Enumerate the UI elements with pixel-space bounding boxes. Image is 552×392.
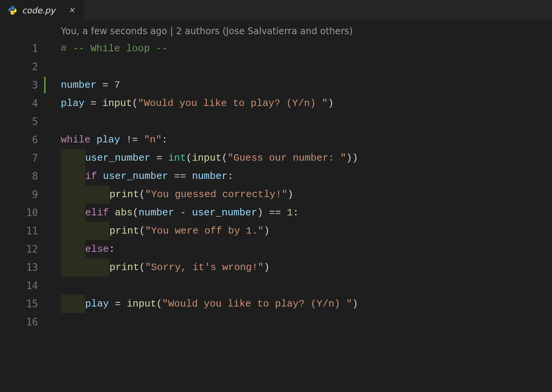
string-literal: "n"	[144, 131, 162, 149]
line-number: 11	[0, 222, 46, 240]
diff-highlight	[61, 222, 109, 240]
diff-highlight	[61, 185, 109, 204]
code-line[interactable]: 8 if user_number == number:	[0, 167, 552, 185]
diff-highlight	[61, 204, 85, 222]
close-icon[interactable]: ✕	[68, 6, 75, 14]
code-line[interactable]: 16	[0, 313, 552, 331]
colon: :	[162, 131, 168, 149]
operator: ==	[168, 167, 192, 185]
comment-token: # -- While loop --	[61, 40, 168, 58]
operator: =	[109, 295, 127, 313]
line-number: 1	[0, 40, 46, 58]
builtin-func: abs	[115, 204, 133, 222]
diff-highlight	[61, 258, 109, 277]
code-line[interactable]: 9 print("You guessed correctly!")	[0, 185, 552, 204]
code-line[interactable]: 5	[0, 112, 552, 131]
identifier: play	[85, 295, 109, 313]
operator: !=	[120, 131, 144, 149]
builtin-type: int	[168, 149, 186, 167]
paren: (	[132, 94, 138, 112]
code-line[interactable]: 3 number = 7	[0, 76, 552, 94]
space	[90, 131, 97, 149]
code-line[interactable]: 7 user_number = int(input("Guess our num…	[0, 149, 552, 167]
paren: (	[186, 149, 192, 167]
builtin-func: print	[109, 222, 139, 240]
paren: ))	[346, 149, 358, 167]
paren: (	[222, 149, 228, 167]
code-line[interactable]: 2	[0, 58, 552, 76]
line-number: 2	[0, 58, 46, 76]
tab-filename: code.py	[22, 6, 55, 15]
code-line[interactable]: 4 play = input("Would you like to play? …	[0, 94, 552, 112]
paren: (	[139, 258, 145, 277]
code-line[interactable]: 13 print("Sorry, it's wrong!")	[0, 258, 552, 277]
space	[97, 167, 103, 185]
operator: =	[151, 149, 168, 167]
line-number: 3	[0, 76, 46, 94]
operator: =	[97, 76, 114, 94]
paren: (	[139, 222, 145, 240]
operator: -	[174, 204, 192, 222]
diff-highlight	[61, 167, 85, 185]
identifier: number	[138, 204, 174, 222]
code-line[interactable]: 12 else:	[0, 240, 552, 258]
keyword: while	[61, 131, 90, 149]
paren: )	[264, 222, 270, 240]
line-number: 14	[0, 277, 46, 295]
code-line[interactable]: 6 while play != "n":	[0, 131, 552, 149]
colon: :	[228, 167, 234, 185]
paren: )	[287, 185, 293, 204]
builtin-func: print	[109, 258, 139, 277]
space	[109, 204, 115, 222]
string-literal: "Would you like to play? (Y/n) "	[138, 94, 328, 112]
line-number: 7	[0, 149, 46, 167]
line-number: 8	[0, 167, 46, 185]
diff-highlight	[61, 240, 85, 258]
number-literal: 1	[287, 204, 293, 222]
paren: (	[139, 185, 145, 204]
diff-highlight	[61, 149, 85, 167]
colon: :	[109, 240, 115, 258]
line-number: 10	[0, 204, 46, 222]
keyword: elif	[85, 204, 109, 222]
builtin-func: input	[127, 295, 156, 313]
keyword: if	[85, 167, 97, 185]
line-number: 9	[0, 185, 46, 204]
identifier: user_number	[192, 204, 257, 222]
tab-bar: code.py ✕	[0, 0, 552, 21]
python-icon	[8, 5, 17, 15]
line-number: 12	[0, 240, 46, 258]
diff-highlight	[61, 295, 85, 313]
code-line[interactable]: 14	[0, 277, 552, 295]
line-number: 15	[0, 295, 46, 313]
paren: )	[352, 295, 358, 313]
string-literal: "Guess our number: "	[228, 149, 346, 167]
identifier: user_number	[85, 149, 151, 167]
paren: )	[264, 258, 270, 277]
identifier: play	[97, 131, 120, 149]
number-literal: 7	[114, 76, 120, 94]
codelens-annotation[interactable]: You, a few seconds ago | 2 authors (Jose…	[0, 21, 552, 39]
code-editor[interactable]: 1 # -- While loop -- 2 3 number = 7 4 pl…	[0, 39, 552, 331]
identifier: user_number	[103, 167, 168, 185]
line-number: 16	[0, 313, 46, 331]
line-number: 6	[0, 131, 46, 149]
code-line[interactable]: 15 play = input("Would you like to play?…	[0, 295, 552, 313]
line-number: 5	[0, 112, 46, 131]
code-line[interactable]: 10 elif abs(number - user_number) == 1:	[0, 204, 552, 222]
paren: (	[156, 295, 162, 313]
tab-code-py[interactable]: code.py ✕	[0, 0, 84, 21]
builtin-func: input	[192, 149, 222, 167]
builtin-func: input	[102, 94, 132, 112]
line-number: 13	[0, 258, 46, 277]
identifier: play	[61, 94, 84, 112]
string-literal: "You guessed correctly!"	[145, 185, 287, 204]
code-line[interactable]: 11 print("You were off by 1.")	[0, 222, 552, 240]
line-number: 4	[0, 94, 46, 112]
string-literal: "You were off by 1."	[145, 222, 264, 240]
operator: =	[84, 94, 102, 112]
string-literal: "Would you like to play? (Y/n) "	[162, 295, 352, 313]
code-line[interactable]: 1 # -- While loop --	[0, 40, 552, 58]
builtin-func: print	[109, 185, 139, 204]
string-literal: "Sorry, it's wrong!"	[145, 258, 264, 277]
